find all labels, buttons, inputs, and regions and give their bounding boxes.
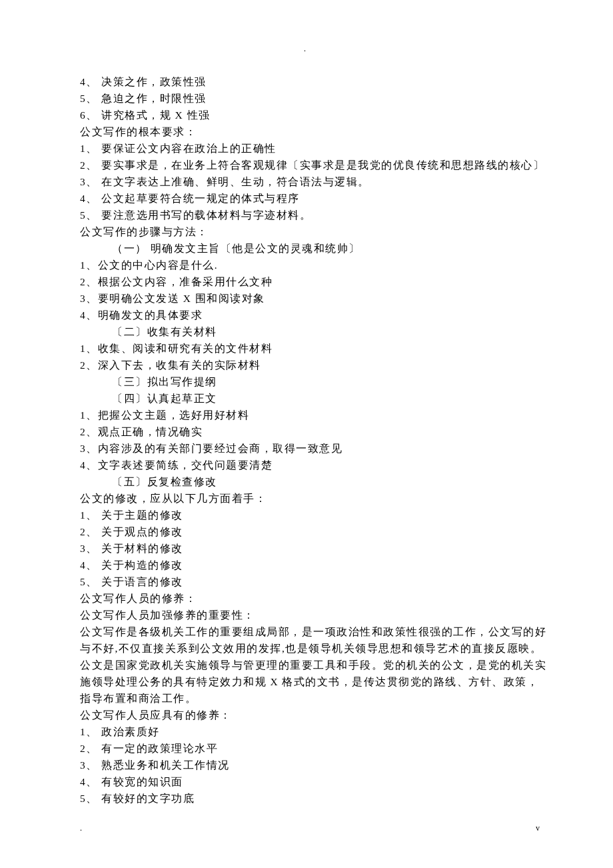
- text-line: 5、 要注意选用书写的载体材料与字迹材料。: [80, 207, 533, 223]
- text-line: 5、 关于语言的修改: [80, 573, 533, 590]
- text-line: 2、观点正确，情况确实: [80, 423, 533, 440]
- text-line: 3、 关于材料的修改: [80, 540, 533, 557]
- text-line: 〔四〕认真起草正文: [80, 390, 533, 407]
- text-line: 4、明确发文的具体要求: [80, 307, 533, 323]
- text-line: 公文写作人员的修养：: [80, 590, 533, 607]
- text-line: 公文写作的根本要求：: [80, 123, 533, 140]
- text-line: 公文写作的步骤与方法：: [80, 223, 533, 240]
- text-line: 5、 急迫之作，时限性强: [80, 90, 533, 107]
- text-line: 4、文字表述要简练，交代问题要清楚: [80, 457, 533, 473]
- top-mark: .: [304, 44, 306, 54]
- text-line: 〔五〕反复检查修改: [80, 473, 533, 490]
- text-line: 2、 关于观点的修改: [80, 523, 533, 540]
- text-line: 〔三〕拟出写作提纲: [80, 373, 533, 390]
- footer-left: .: [80, 823, 82, 833]
- text-line: 公文写作人员应具有的修养：: [80, 707, 533, 723]
- text-line: 公文写作是各级机关工作的重要组成局部，是一项政治性和政策性很强的工作，公文写的好: [80, 623, 533, 640]
- text-line: 2、根据公文内容，准备采用什么文种: [80, 273, 533, 290]
- text-line: 1、公文的中心内容是什么.: [80, 257, 533, 273]
- document-body: 4、 决策之作，政策性强5、 急迫之作，时限性强6、 讲究格式，规 X 性强公文…: [0, 0, 613, 847]
- text-line: 公文的修改，应从以下几方面着手：: [80, 490, 533, 507]
- text-line: 施领导处理公务的具有特定效力和规 X 格式的文书，是传达贯彻党的路线、方针、政策…: [80, 673, 533, 690]
- text-line: 与不好,不仅直接关系到公文效用的发挥,也是领导机关领导思想和领导艺术的直接反愿映…: [80, 640, 533, 657]
- text-line: 1、收集、阅读和研究有关的文件材料: [80, 340, 533, 357]
- text-line: 4、 关于构造的修改: [80, 557, 533, 573]
- text-line: 指导布置和商洽工作。: [80, 690, 533, 707]
- text-line: 4、 决策之作，政策性强: [80, 73, 533, 90]
- text-line: 1、 关于主题的修改: [80, 507, 533, 523]
- text-line: 1、 政治素质好: [80, 723, 533, 740]
- text-line: 2、 要实事求是，在业务上符合客观规律〔实事求是是我党的优良传统和思想路线的核心…: [80, 157, 533, 173]
- text-line: 6、 讲究格式，规 X 性强: [80, 107, 533, 123]
- text-line: 1、 要保证公文内容在政治上的正确性: [80, 140, 533, 157]
- footer: . v: [80, 823, 540, 833]
- text-line: 4、 有较宽的知识面: [80, 773, 533, 790]
- text-line: 2、 有一定的政策理论水平: [80, 740, 533, 757]
- text-line: 公文是国家党政机关实施领导与管更理的重要工具和手段。党的机关的公文，是党的机关实: [80, 657, 533, 673]
- text-line: 1、把握公文主题，选好用好材料: [80, 407, 533, 423]
- text-line: 5、 有较好的文字功底: [80, 790, 533, 807]
- text-line: （一） 明确发文主旨〔他是公文的灵魂和统帅〕: [80, 240, 533, 257]
- text-line: 公文写作人员加强修养的重要性：: [80, 607, 533, 623]
- footer-right: v: [536, 823, 540, 833]
- text-line: 2、深入下去，收集有关的实际材料: [80, 357, 533, 373]
- text-line: 3、 熟悉业务和机关工作情况: [80, 757, 533, 773]
- text-line: 4、 公文起草要符合统一规定的体式与程序: [80, 190, 533, 207]
- text-line: 〔二〕收集有关材料: [80, 323, 533, 340]
- text-line: 3、要明确公文发送 X 围和阅读对象: [80, 290, 533, 307]
- text-line: 3、 在文字表达上准确、鲜明、生动，符合语法与逻辑。: [80, 173, 533, 190]
- text-line: 3、内容涉及的有关部门要经过会商，取得一致意见: [80, 440, 533, 457]
